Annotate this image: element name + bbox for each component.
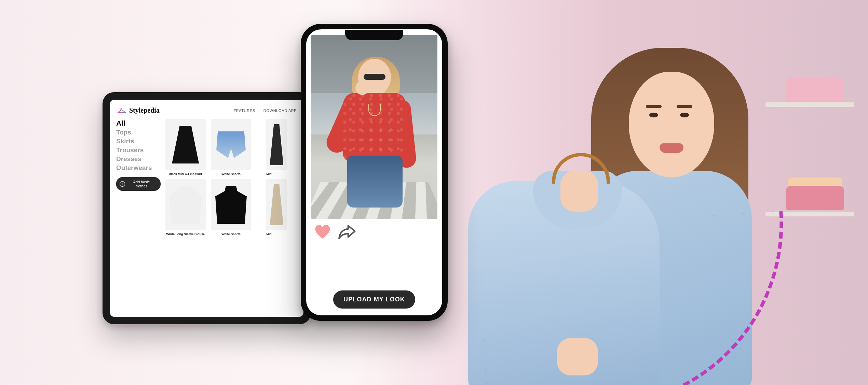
item-caption: White Shorts [221, 232, 241, 236]
grid-item[interactable]: Midi [256, 179, 297, 236]
nav-download-app[interactable]: DOWNLOAD APP [263, 109, 297, 113]
tablet-screen: Stylepedia FEATURES DOWNLOAD APP All Top… [110, 100, 303, 317]
share-icon[interactable] [338, 224, 357, 240]
grid-item[interactable]: White Shorts [210, 119, 252, 176]
item-caption: Midi [266, 172, 287, 176]
grid-item[interactable]: Midi [256, 119, 297, 176]
grid-item[interactable]: White Long Sleeve Blouse [165, 179, 206, 236]
white-blouse-thumbnail [169, 186, 202, 224]
hanger-logo-icon [117, 107, 126, 114]
upload-my-look-button[interactable]: UPLOAD MY LOOK [333, 290, 415, 309]
brand: Stylepedia [117, 106, 160, 114]
grid-item[interactable]: White Shorts [210, 179, 252, 236]
item-caption: Black Mini A-Line Skirt [169, 172, 202, 176]
midi-thumbnail [270, 184, 283, 225]
brand-name: Stylepedia [129, 106, 160, 114]
category-trousers[interactable]: Trousers [116, 146, 161, 154]
nav-features[interactable]: FEATURES [234, 109, 255, 113]
tablet-header: Stylepedia FEATURES DOWNLOAD APP [116, 106, 297, 119]
add-basic-clothes-label: Add basic clothes [127, 180, 156, 188]
item-caption: White Long Sleeve Blouse [166, 232, 205, 236]
category-tops[interactable]: Tops [116, 129, 161, 136]
phone-device-frame: UPLOAD MY LOOK [301, 24, 448, 321]
denim-shorts-thumbnail [216, 131, 246, 158]
grid-item[interactable]: Black Mini A-Line Skirt [165, 119, 206, 176]
phone-screen: UPLOAD MY LOOK [306, 29, 442, 315]
folded-clothes [786, 186, 844, 210]
hero-photo-background [390, 0, 868, 385]
folded-clothes [786, 78, 844, 102]
category-outerwears[interactable]: Outerwears [116, 164, 161, 172]
outfit-person-illustration [331, 59, 417, 205]
item-caption: Midi [266, 232, 287, 236]
midi-thumbnail [270, 124, 283, 165]
item-caption: White Shorts [221, 172, 241, 176]
category-sidebar: All Tops Skirts Trousers Dresses Outerwe… [116, 119, 161, 236]
category-all[interactable]: All [116, 119, 161, 127]
look-photo[interactable] [311, 35, 437, 219]
upload-label: UPLOAD MY LOOK [343, 296, 405, 303]
category-skirts[interactable]: Skirts [116, 138, 161, 145]
category-dresses[interactable]: Dresses [116, 155, 161, 163]
add-basic-clothes-button[interactable]: + Add basic clothes [116, 177, 161, 191]
black-turtleneck-thumbnail [215, 186, 247, 224]
heart-icon[interactable] [314, 224, 331, 240]
clothes-grid: Black Mini A-Line Skirt White Shorts Mid… [165, 119, 297, 236]
plus-icon: + [120, 181, 125, 187]
black-skirt-thumbnail [171, 126, 200, 163]
photo-actions [306, 222, 442, 242]
tablet-device-frame: Stylepedia FEATURES DOWNLOAD APP All Top… [103, 92, 311, 324]
